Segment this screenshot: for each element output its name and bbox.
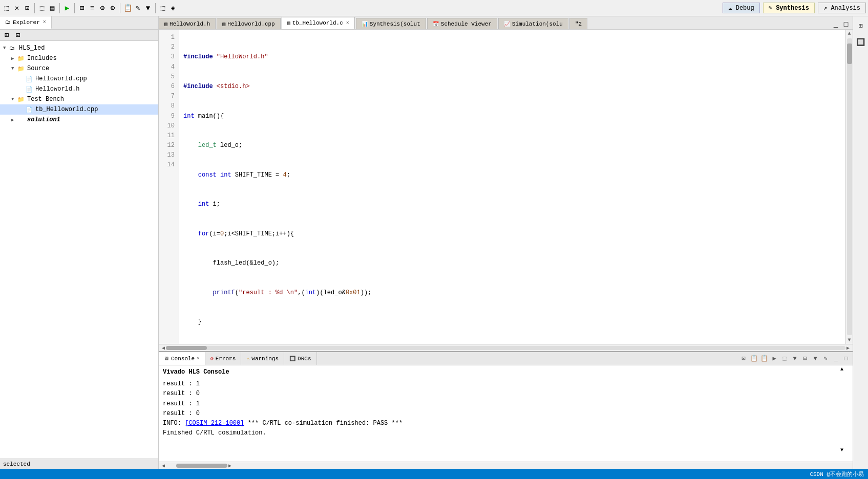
hscroll-track[interactable] (166, 346, 845, 350)
console-vscroll-track[interactable] (838, 374, 845, 446)
console-hscroll[interactable]: ◀ ▶ (159, 462, 853, 469)
tab-icon: ▤ (287, 20, 290, 26)
console-hscroll-thumb[interactable] (176, 464, 227, 468)
toolbar-icon-5[interactable]: ▤ (48, 4, 57, 13)
code-area[interactable]: #include "HelloWorld.h" #include <stdio.… (179, 30, 845, 344)
right-panel-icon-1[interactable]: ⊞ (855, 19, 867, 32)
panel-toolbar-icon-1[interactable]: ⊞ (2, 31, 11, 40)
code-line-9: printf("result : %d \n",(int)(led_o&0x01… (183, 288, 841, 298)
console-tab-drcs[interactable]: 🔲 DRCs (284, 352, 316, 365)
tree-label: Helloworld.cpp (35, 75, 87, 82)
tab-close-icon[interactable]: × (346, 20, 349, 26)
toolbar-icon-13[interactable]: ◈ (168, 4, 178, 13)
drcs-tab-label: DRCs (298, 356, 311, 362)
editor-vscroll[interactable]: ▲ ▼ (845, 30, 853, 344)
editor-tab-simulation[interactable]: 📈 Simulation(solu (498, 18, 568, 29)
editor-tab-schedule[interactable]: 📅 Schedule Viewer (427, 18, 497, 29)
tree-item-helloworld-h[interactable]: 📄 Helloworld.h (0, 84, 158, 94)
tab-synthesis[interactable]: ✎ Synthesis (763, 3, 815, 13)
toolbar-icon-11[interactable]: ✎ (133, 4, 142, 13)
tree-arrow: ▶ (11, 56, 17, 61)
tree-item-tb-cpp[interactable]: 📄 tb_Helloworld.cpp (0, 104, 158, 115)
console-tab-errors[interactable]: ⊘ Errors (205, 352, 242, 365)
console-toolbar-icon-4[interactable]: ▶ (770, 354, 779, 363)
tree-item-includes[interactable]: ▶ 📁 Includes (0, 53, 158, 63)
minimize-icon[interactable]: _ (831, 20, 840, 29)
left-panel-tab-bar: 🗂 Explorer × (0, 16, 158, 30)
console-title: Vivado HLS Console (163, 367, 849, 377)
toolbar-icon-4[interactable]: ⬚ (37, 4, 47, 13)
toolbar-icon-3[interactable]: ⊡ (23, 4, 32, 13)
console-toolbar-icon-7[interactable]: ✎ (821, 354, 830, 363)
hscroll-left[interactable]: ◀ (161, 345, 166, 351)
toolbar-icon-run[interactable]: ▶ (62, 4, 72, 13)
hscroll-thumb[interactable] (166, 346, 207, 350)
console-toolbar-icon-5[interactable]: ⬚ (780, 354, 789, 363)
vscroll-thumb[interactable] (847, 43, 852, 64)
tree-item-hls-led[interactable]: ▼ 🗂 HLS_led (0, 43, 158, 53)
file-icon: 📄 (26, 86, 34, 93)
editor-hscroll[interactable]: ◀ ▶ (159, 344, 853, 351)
console-vscroll[interactable]: ▲ ▼ (838, 365, 845, 454)
console-tab-console[interactable]: 🖥 Console × (159, 352, 205, 365)
tree-item-source[interactable]: ▼ 📁 Source (0, 63, 158, 74)
tree-item-testbench[interactable]: ▼ 📁 Test Bench (0, 94, 158, 104)
console-line-finished: Finished C/RTL cosimulation. (163, 428, 849, 438)
toolbar-icon-8[interactable]: ⚙ (98, 4, 107, 13)
console-hscroll-right[interactable]: ▶ (227, 463, 232, 469)
toolbar-icon-10[interactable]: 📋 (123, 4, 132, 13)
vscroll-up[interactable]: ▲ (846, 30, 853, 37)
editor-tab-tb-helloworld[interactable]: ▤ tb_Helloworld.c × (282, 17, 355, 29)
right-panel-icon-2[interactable]: 🔲 (855, 36, 867, 48)
toolbar-icon-12[interactable]: ⬚ (158, 4, 167, 13)
tab-analysis[interactable]: ↗ Analysis (818, 3, 866, 13)
tree-arrow: ▼ (11, 97, 17, 102)
panel-toolbar-icon-2[interactable]: ⊡ (13, 31, 23, 40)
maximize-icon[interactable]: □ (841, 20, 851, 29)
toolbar-icon-9[interactable]: ⚙ (108, 4, 117, 13)
tree-item-solution1[interactable]: ▶ solution1 (0, 115, 158, 125)
console-hscroll-left[interactable]: ◀ (161, 463, 166, 469)
console-content[interactable]: Vivado HLS Console result : 1 result : 0… (159, 365, 853, 462)
console-tab-warnings[interactable]: ⚠ Warnings (241, 352, 284, 365)
toolbar-icon-7[interactable]: ≡ (88, 4, 97, 13)
console-minimize-icon[interactable]: _ (831, 354, 840, 363)
vscroll-down[interactable]: ▼ (846, 336, 853, 344)
explorer-tab-close[interactable]: × (43, 19, 46, 25)
console-toolbar-icon-6[interactable]: ⊡ (800, 354, 810, 363)
toolbar-icon-2[interactable]: ✕ (12, 4, 22, 13)
console-toolbar-icon-3[interactable]: 📋 (759, 354, 769, 363)
vscroll-track[interactable] (847, 38, 852, 335)
editor-tab-helloworld-cpp[interactable]: ▤ Helloworld.cpp (217, 18, 280, 29)
editor-tab-synthesis[interactable]: 📊 Synthesis(solut (356, 18, 426, 29)
editor-tab-helloworld-h[interactable]: ▤ HelloWorld.h (159, 18, 216, 29)
errors-icon: ⊘ (210, 356, 214, 362)
tab-debug[interactable]: ☁ Debug (723, 3, 759, 13)
toolbar-icon-1[interactable]: ⬚ (2, 4, 11, 13)
console-toolbar: ⊡ 📋 📋 ▶ ⬚ ▼ ⊡ ▼ ✎ _ □ (739, 354, 853, 363)
console-toolbar-icon-2[interactable]: 📋 (749, 354, 758, 363)
code-line-7: for(i=0;i<SHIFT_TIME;i++){ (183, 229, 841, 239)
toolbar-icon-arrow[interactable]: ▼ (143, 4, 153, 13)
editor-content[interactable]: 1 2 3 4 5 6 7 8 9 10 11 12 13 14 #includ… (159, 30, 853, 344)
explorer-tab[interactable]: 🗂 Explorer × (0, 16, 52, 29)
console-toolbar-icon-1[interactable]: ⊡ (739, 354, 748, 363)
tree-item-helloworld-cpp[interactable]: 📄 Helloworld.cpp (0, 74, 158, 84)
console-vscroll-down[interactable]: ▼ (838, 446, 845, 454)
tab-icon: 📊 (362, 21, 368, 27)
console-tab-close[interactable]: × (197, 356, 199, 361)
editor-tab-label: HelloWorld.h (170, 21, 210, 27)
code-line-6: int i; (183, 200, 841, 209)
console-maximize-icon[interactable]: □ (841, 354, 851, 363)
console-toolbar-icon-arrow[interactable]: ▼ (811, 354, 820, 363)
hscroll-right[interactable]: ▶ (845, 345, 851, 351)
editor-tab-2[interactable]: "2 (569, 18, 587, 29)
console-dropdown-icon[interactable]: ▼ (790, 354, 799, 363)
main-toolbar: ⬚ ✕ ⊡ ⬚ ▤ ▶ ⊞ ≡ ⚙ ⚙ 📋 ✎ ▼ ⬚ ◈ ☁ Debug ✎ … (0, 0, 868, 16)
status-bar-right: CSDN @不会跑的小易 (810, 470, 864, 478)
panel-toolbar: ⊞ ⊡ (0, 30, 158, 41)
folder-icon: 🗂 (9, 45, 17, 52)
toolbar-icon-6[interactable]: ⊞ (77, 4, 87, 13)
console-vscroll-up[interactable]: ▲ (838, 365, 845, 374)
cosim-link[interactable]: [COSIM 212-1000] (185, 420, 244, 427)
